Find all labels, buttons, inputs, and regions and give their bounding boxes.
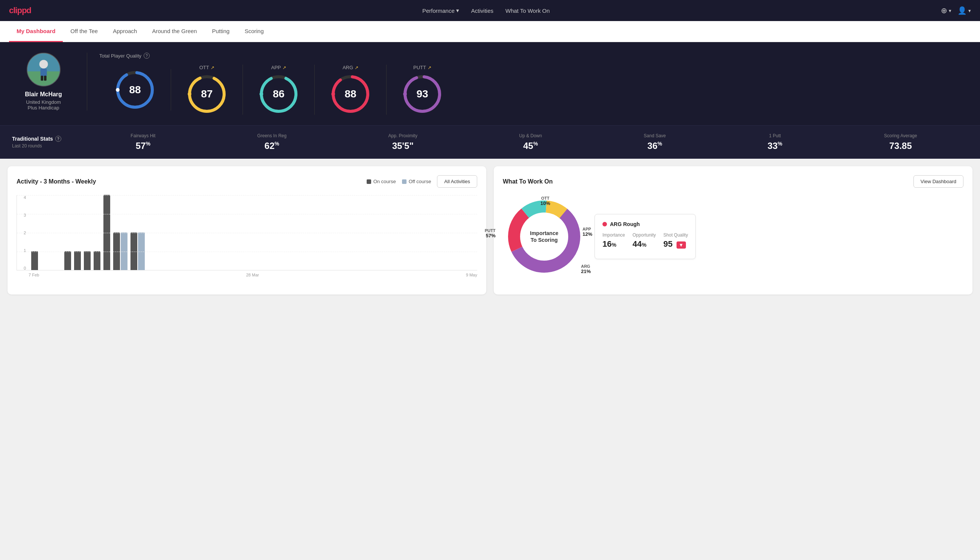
- scores-row: 88 OTT ↗ 87: [99, 65, 968, 115]
- svg-point-14: [260, 92, 263, 96]
- ott-trend: ↗: [211, 65, 215, 70]
- stat-scoring: Scoring Average 73.85: [884, 133, 917, 151]
- nav-what-to-work-on[interactable]: What To Work On: [506, 8, 550, 14]
- help-icon[interactable]: ?: [144, 53, 150, 59]
- player-handicap: Plus Handicap: [28, 105, 60, 110]
- y-label-2: 2: [24, 230, 26, 235]
- activity-card-title: Activity - 3 Months - Weekly: [17, 178, 96, 185]
- what-card-title: What To Work On: [503, 178, 553, 185]
- tab-approach[interactable]: Approach: [105, 21, 145, 42]
- user-button[interactable]: 👤 ▾: [957, 6, 971, 15]
- chevron-down-icon: ▾: [456, 7, 459, 14]
- tab-off-the-tee[interactable]: Off the Tee: [63, 21, 105, 42]
- app-donut-label: APP 12%: [582, 227, 592, 237]
- tab-around-the-green[interactable]: Around the Green: [145, 21, 204, 42]
- nav-actions: ⊕ ▾ 👤 ▾: [941, 6, 971, 15]
- putt-label: PUTT ↗: [413, 65, 431, 70]
- score-app: APP ↗ 86: [243, 65, 315, 115]
- info-card-dot: [602, 222, 607, 227]
- add-button[interactable]: ⊕ ▾: [941, 6, 952, 15]
- stat-fairways: Fairways Hit 57%: [130, 133, 155, 151]
- stat-proximity: App. Proximity 35'5": [388, 133, 418, 151]
- tab-putting[interactable]: Putting: [205, 21, 237, 42]
- svg-point-11: [188, 92, 191, 96]
- svg-point-2: [39, 60, 48, 68]
- what-info-card: ARG Rough Importance 16% Opportunity 44%…: [594, 214, 696, 259]
- donut-section: ImportanceTo Scoring OTT 10% APP 12% ARG…: [503, 195, 963, 278]
- svg-rect-4: [41, 76, 43, 80]
- score-ott: OTT ↗ 87: [171, 65, 243, 115]
- nav-performance[interactable]: Performance ▾: [422, 7, 459, 14]
- top-nav: clippd Performance ▾ Activities What To …: [0, 0, 980, 21]
- legend-off-course: Off course: [402, 178, 431, 184]
- player-name: Blair McHarg: [25, 91, 62, 98]
- x-label-may: 9 May: [466, 273, 477, 277]
- trad-stats-items: Fairways Hit 57% Greens In Reg 62% App. …: [80, 133, 968, 151]
- ott-label: OTT ↗: [199, 65, 215, 70]
- bar-chart: 4 3 2 1 0: [17, 195, 477, 285]
- overall-score: 88: [129, 84, 141, 96]
- score-arg: ARG ↗ 88: [315, 65, 387, 115]
- arg-donut-label: ARG 21%: [581, 264, 591, 274]
- metric-shot-quality: Shot Quality 95 ▼: [663, 232, 688, 249]
- user-icon: 👤: [957, 6, 967, 15]
- cards-row: Activity - 3 Months - Weekly On course O…: [0, 159, 980, 302]
- stat-sandsave: Sand Save 36%: [644, 133, 666, 151]
- svg-rect-5: [43, 76, 46, 80]
- donut-center-text: ImportanceTo Scoring: [530, 230, 558, 243]
- arg-score: 88: [344, 88, 356, 100]
- putt-ring: 93: [402, 73, 443, 115]
- y-label-0: 0: [24, 266, 26, 270]
- hero-section: Blair McHarg United Kingdom Plus Handica…: [0, 42, 980, 125]
- plus-circle-icon: ⊕: [941, 6, 947, 15]
- logo[interactable]: clippd: [9, 6, 31, 15]
- scores-section: Total Player Quality ? 88: [87, 53, 968, 115]
- tab-my-dashboard[interactable]: My Dashboard: [9, 21, 63, 42]
- legend-on-course: On course: [367, 178, 396, 184]
- shot-quality-badge: ▼: [677, 242, 686, 248]
- arg-label: ARG ↗: [343, 65, 358, 70]
- svg-rect-3: [40, 68, 47, 77]
- putt-score: 93: [416, 88, 428, 100]
- donut-chart: ImportanceTo Scoring OTT 10% APP 12% ARG…: [503, 195, 586, 278]
- activity-card: Activity - 3 Months - Weekly On course O…: [8, 166, 486, 295]
- app-score: 86: [273, 88, 284, 100]
- traditional-stats: Traditional Stats ? Last 20 rounds Fairw…: [0, 125, 980, 159]
- player-country: United Kingdom: [26, 99, 61, 105]
- ott-score: 87: [201, 88, 213, 100]
- off-course-dot: [402, 179, 406, 184]
- metric-opportunity: Opportunity 44%: [632, 232, 656, 249]
- info-card-title-text: ARG Rough: [610, 221, 640, 227]
- nav-activities[interactable]: Activities: [471, 8, 493, 14]
- total-quality-label: Total Player Quality ?: [99, 53, 968, 59]
- ott-donut-label: OTT 10%: [541, 196, 550, 206]
- trad-help-icon[interactable]: ?: [55, 136, 61, 142]
- score-overall: 88: [99, 69, 171, 110]
- ott-ring: 87: [186, 73, 228, 115]
- user-dropdown-arrow: ▾: [968, 8, 971, 13]
- all-activities-button[interactable]: All Activities: [437, 175, 477, 188]
- svg-point-20: [403, 92, 407, 96]
- svg-point-17: [331, 92, 335, 96]
- trad-stats-label: Traditional Stats ? Last 20 rounds: [12, 136, 80, 148]
- metric-importance: Importance 16%: [602, 232, 625, 249]
- tab-scoring[interactable]: Scoring: [237, 21, 271, 42]
- app-trend: ↗: [283, 65, 286, 70]
- sub-nav: My Dashboard Off the Tee Approach Around…: [0, 21, 980, 42]
- putt-trend: ↗: [428, 65, 431, 70]
- activity-card-header: Activity - 3 Months - Weekly On course O…: [17, 175, 477, 188]
- overall-ring: 88: [114, 69, 156, 110]
- stat-1putt: 1 Putt 33%: [767, 133, 782, 151]
- x-label-mar: 28 Mar: [246, 273, 259, 277]
- x-label-feb: 7 Feb: [28, 273, 39, 277]
- app-ring: 86: [258, 73, 299, 115]
- activity-legend: On course Off course: [367, 178, 431, 184]
- view-dashboard-button[interactable]: View Dashboard: [913, 175, 963, 188]
- on-course-dot: [367, 179, 371, 184]
- trad-stats-sublabel: Last 20 rounds: [12, 143, 80, 148]
- stat-greens: Greens In Reg 62%: [257, 133, 286, 151]
- nav-links: Performance ▾ Activities What To Work On: [422, 7, 550, 14]
- putt-donut-label: PUTT 57%: [485, 228, 496, 238]
- avatar: [27, 53, 60, 87]
- add-dropdown-arrow: ▾: [949, 8, 952, 13]
